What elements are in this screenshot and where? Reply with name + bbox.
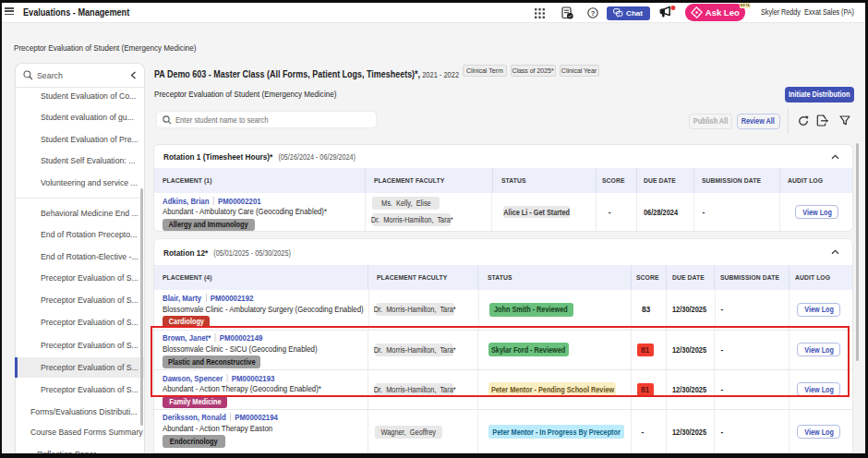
svg-text:?: ? — [590, 9, 595, 18]
